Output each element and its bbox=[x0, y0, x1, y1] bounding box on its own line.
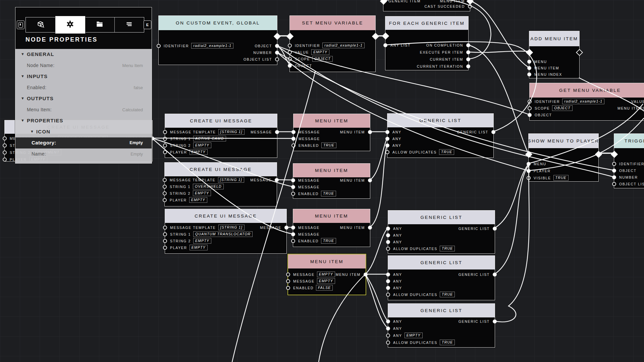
node-title-bar[interactable]: CREATE UI MESSAGE bbox=[165, 209, 286, 223]
pin-value[interactable]: radial2_example1-1 bbox=[191, 43, 233, 49]
node-title-bar[interactable]: CREATE UI MESSAGE bbox=[165, 114, 277, 128]
data-port-scope[interactable] bbox=[528, 106, 532, 110]
pin-value[interactable]: [STRING 1] bbox=[218, 225, 245, 230]
node-title-bar[interactable]: CREATE UI MESSAGE bbox=[165, 163, 277, 176]
pin-value[interactable]: FALSE bbox=[316, 285, 333, 291]
pin-value[interactable]: EMPTY bbox=[193, 190, 211, 196]
node-generic-list-3[interactable]: GENERIC LISTANYGENERIC LISTANYANYALLOW D… bbox=[388, 255, 495, 300]
data-port-allow-duplicates[interactable] bbox=[386, 247, 390, 251]
property-value[interactable]: Menu Item bbox=[122, 63, 143, 68]
data-port-player[interactable] bbox=[163, 198, 167, 202]
pin-value[interactable]: EMPTY bbox=[405, 333, 423, 338]
pin-value[interactable]: TRUE bbox=[321, 191, 336, 196]
pin-value[interactable]: EMPTY bbox=[193, 142, 211, 148]
wire[interactable] bbox=[494, 166, 529, 322]
exec-port-exec-out[interactable] bbox=[576, 49, 583, 56]
collapse-arrow-icon[interactable]: ▼ bbox=[21, 74, 24, 78]
data-port-menu[interactable] bbox=[527, 60, 531, 64]
next-tab-key-hint[interactable]: E bbox=[144, 20, 151, 29]
data-port-number[interactable] bbox=[612, 175, 616, 179]
node-title-bar[interactable]: SET MENU VARIABLE bbox=[290, 16, 375, 30]
data-port-message[interactable] bbox=[291, 232, 295, 236]
panel-section-inputs[interactable]: ▼INPUTS bbox=[15, 71, 152, 82]
collapse-arrow-icon[interactable]: ▼ bbox=[21, 96, 24, 100]
data-port-string-2[interactable] bbox=[3, 150, 7, 155]
node-title-bar[interactable]: SHOW MENU TO PLAYER bbox=[529, 134, 598, 148]
collapse-arrow-icon[interactable]: ▼ bbox=[21, 52, 24, 56]
pin-value[interactable]: TRUE bbox=[439, 149, 454, 155]
wire[interactable] bbox=[365, 274, 388, 328]
data-port-any[interactable] bbox=[386, 334, 390, 338]
node-graph-canvas[interactable]: { "panel": { "title": "NODE PROPERTIES",… bbox=[0, 0, 644, 362]
node-create-ui-message-2[interactable]: CREATE UI MESSAGEMESSAGE TEMPLATE[STRING… bbox=[164, 162, 277, 206]
data-port-any[interactable] bbox=[385, 143, 389, 147]
pin-value[interactable]: radial2_example1-1 bbox=[322, 43, 365, 48]
node-title-bar[interactable]: GENERIC LIST bbox=[388, 210, 495, 224]
node-generic-list-2[interactable]: GENERIC LISTANYGENERIC LISTANYANYALLOW D… bbox=[388, 210, 495, 254]
node-set-menu-variable[interactable]: SET MENU VARIABLEIDENTIFIERradial2_examp… bbox=[289, 15, 376, 72]
node-title-bar[interactable]: ON CUSTOM EVENT, GLOBAL bbox=[159, 16, 277, 30]
panel-tab-folder[interactable] bbox=[85, 17, 115, 32]
node-on-custom-event-global[interactable]: ON CUSTOM EVENT, GLOBALIDENTIFIERradial2… bbox=[158, 15, 277, 65]
pin-value[interactable]: TRUE bbox=[440, 246, 455, 251]
node-create-ui-message-1[interactable]: CREATE UI MESSAGEMESSAGE TEMPLATE[STRING… bbox=[165, 114, 277, 158]
data-port-any[interactable] bbox=[386, 233, 390, 237]
node-title-bar[interactable]: ADD MENU ITEM bbox=[529, 31, 579, 46]
data-port-any[interactable] bbox=[386, 286, 390, 290]
data-port-any[interactable] bbox=[386, 240, 390, 244]
pin-value[interactable]: EMPTY bbox=[311, 49, 329, 55]
pin-value[interactable]: OVERSHIELD bbox=[193, 184, 224, 189]
collapse-arrow-icon[interactable]: ▼ bbox=[21, 118, 24, 122]
node-menu-item-1[interactable]: MENU ITEMMESSAGEMENU ITEMMESSAGEENABLEDT… bbox=[293, 114, 370, 151]
panel-section-general[interactable]: ▼GENERAL bbox=[15, 49, 152, 60]
node-menu-item-4-selected[interactable]: MENU ITEMMESSAGEEMPTYMENU ITEMMESSAGEEMP… bbox=[287, 254, 366, 295]
node-show-menu-to-player[interactable]: SHOW MENU TO PLAYERMENUPLAYERVISIBLETRUE bbox=[528, 133, 599, 182]
wire[interactable] bbox=[365, 274, 388, 321]
collapse-arrow-icon[interactable]: ▼ bbox=[30, 129, 34, 133]
pin-value[interactable]: [STRING 1] bbox=[218, 129, 245, 135]
data-port-message[interactable] bbox=[286, 279, 290, 283]
pin-value[interactable]: TRUE bbox=[440, 292, 455, 297]
wire[interactable] bbox=[494, 165, 529, 274]
data-port-generic-list[interactable] bbox=[491, 130, 495, 134]
pin-value[interactable]: EMPTY bbox=[189, 197, 207, 203]
property-value[interactable]: Empty bbox=[129, 140, 143, 145]
panel-section-outputs[interactable]: ▼OUTPUTS bbox=[15, 93, 152, 104]
panel-tab-list[interactable] bbox=[115, 17, 144, 32]
data-port-object[interactable] bbox=[528, 113, 532, 117]
exec-port-exec-in[interactable] bbox=[610, 150, 618, 158]
pin-value[interactable]: OBJECT bbox=[552, 105, 573, 111]
data-port-message[interactable] bbox=[286, 273, 290, 277]
data-port-message-template[interactable] bbox=[163, 226, 167, 230]
data-port-identifier[interactable] bbox=[157, 44, 161, 48]
node-title-bar[interactable]: GENERIC LIST bbox=[388, 304, 495, 317]
data-port-identifier[interactable] bbox=[288, 44, 292, 48]
data-port-message-template[interactable] bbox=[163, 130, 167, 134]
wire[interactable] bbox=[370, 145, 387, 227]
data-port-menu-index[interactable] bbox=[527, 72, 531, 76]
data-port-any[interactable] bbox=[386, 279, 390, 283]
data-port-current-iteration[interactable] bbox=[466, 64, 470, 68]
data-port-player[interactable] bbox=[163, 246, 167, 250]
node-menu-item-2[interactable]: MENU ITEMMESSAGEMENU ITEMMESSAGEENABLEDT… bbox=[293, 163, 370, 199]
data-port-message-template[interactable] bbox=[3, 136, 7, 140]
data-port-object-lis[interactable] bbox=[612, 182, 616, 186]
data-port-enabled[interactable] bbox=[291, 192, 295, 196]
pin-value[interactable]: TRUE bbox=[321, 238, 336, 244]
node-title-bar[interactable]: MENU ITEM bbox=[293, 164, 370, 177]
data-port-string-1[interactable] bbox=[163, 232, 167, 236]
data-port-string-2[interactable] bbox=[163, 143, 167, 147]
data-port-string-2[interactable] bbox=[163, 191, 167, 195]
data-port-identifier[interactable] bbox=[612, 162, 616, 166]
data-port-message-template[interactable] bbox=[163, 178, 167, 182]
node-title-bar[interactable]: GENERIC LIST bbox=[388, 256, 495, 269]
pin-value[interactable]: radial2_example1-1 bbox=[562, 99, 604, 104]
data-port-object[interactable] bbox=[612, 169, 616, 173]
property-value[interactable]: Empty bbox=[130, 152, 143, 157]
data-port-string-1[interactable] bbox=[163, 185, 167, 189]
node-title-bar[interactable]: GET MENU VARIABLE bbox=[530, 83, 644, 98]
pin-value[interactable]: QUANTUM TRANSLOCATOR bbox=[193, 231, 253, 237]
pin-value[interactable]: EMPTY bbox=[190, 245, 208, 250]
wire[interactable] bbox=[468, 51, 529, 52]
pin-value[interactable]: EMPTY bbox=[193, 238, 211, 244]
